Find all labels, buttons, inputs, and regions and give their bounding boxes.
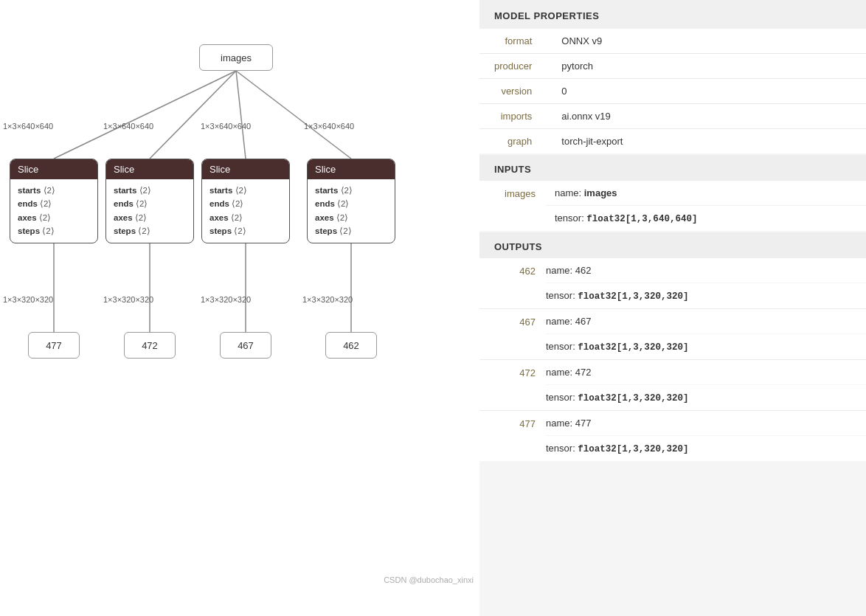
prop-row-format: format ONNX v9 [479, 29, 866, 54]
slice-header-1: Slice [10, 159, 97, 179]
prop-val-producer: pytorch [547, 54, 866, 79]
prop-key-imports: imports [479, 104, 547, 129]
slice-body-4: starts ⟨2⟩ ends ⟨2⟩ axes ⟨2⟩ steps ⟨2⟩ [308, 179, 395, 243]
watermark: CSDN @dubochao_xinxi [384, 575, 474, 584]
inputs-section: INPUTS images name: images tensor: float… [479, 155, 866, 231]
input-images-tensor-row: tensor: float32[1,3,640,640] [546, 206, 866, 231]
dim-label-3: 1×3×640×640 [201, 122, 251, 131]
output-472-tensor: float32[1,3,320,320] [578, 393, 688, 404]
dim-bot-label-2: 1×3×320×320 [103, 295, 153, 304]
output-detail-467: name: 467 tensor: float32[1,3,320,320] [546, 309, 866, 359]
prop-key-producer: producer [479, 54, 547, 79]
output-node-477[interactable]: 477 [28, 332, 80, 359]
dim-label-4: 1×3×640×640 [304, 122, 354, 131]
output-detail-477: name: 477 tensor: float32[1,3,320,320] [546, 411, 866, 461]
prop-row-version: version 0 [479, 79, 866, 104]
input-images-tensor: float32[1,3,640,640] [586, 214, 697, 224]
output-num-462: 462 [479, 258, 546, 308]
slice-node-1[interactable]: Slice starts ⟨2⟩ ends ⟨2⟩ axes ⟨2⟩ steps… [10, 159, 98, 243]
prop-val-graph: torch-jit-export [547, 129, 866, 154]
output-462-tensor-row: tensor: float32[1,3,320,320] [546, 283, 866, 308]
output-467-name: 467 [575, 316, 592, 327]
output-472-name-row: name: 472 [546, 360, 866, 385]
outputs-title: OUTPUTS [479, 232, 866, 258]
output-477-name-row: name: 477 [546, 411, 866, 436]
properties-table: format ONNX v9 producer pytorch version … [479, 29, 866, 153]
prop-val-format: ONNX v9 [547, 29, 866, 54]
input-images-item: images name: images tensor: float32[1,3,… [479, 181, 866, 231]
prop-key-graph: graph [479, 129, 547, 154]
dim-bot-label-4: 1×3×320×320 [302, 295, 353, 304]
prop-row-producer: producer pytorch [479, 54, 866, 79]
output-477-name: 477 [575, 418, 592, 429]
output-467-tensor-row: tensor: float32[1,3,320,320] [546, 334, 866, 359]
slice-node-3[interactable]: Slice starts ⟨2⟩ ends ⟨2⟩ axes ⟨2⟩ steps… [201, 159, 290, 243]
slice-node-4[interactable]: Slice starts ⟨2⟩ ends ⟨2⟩ axes ⟨2⟩ steps… [307, 159, 395, 243]
slice-header-4: Slice [308, 159, 395, 179]
input-images-vals: name: images tensor: float32[1,3,640,640… [546, 181, 866, 231]
prop-row-graph: graph torch-jit-export [479, 129, 866, 154]
images-node-label: images [221, 52, 252, 63]
output-472-name: 472 [575, 367, 592, 378]
output-467-name-row: name: 467 [546, 309, 866, 334]
output-467-tensor: float32[1,3,320,320] [578, 342, 688, 353]
dim-label-1: 1×3×640×640 [3, 122, 53, 131]
output-node-472[interactable]: 472 [124, 332, 176, 359]
slice-header-3: Slice [202, 159, 289, 179]
slice-body-2: starts ⟨2⟩ ends ⟨2⟩ axes ⟨2⟩ steps ⟨2⟩ [106, 179, 193, 243]
model-properties-section: MODEL PROPERTIES format ONNX v9 producer… [479, 0, 866, 153]
output-num-467: 467 [479, 309, 546, 359]
slice-header-2: Slice [106, 159, 193, 179]
output-node-462[interactable]: 462 [325, 332, 377, 359]
output-num-472: 472 [479, 360, 546, 410]
output-462-name-row: name: 462 [546, 258, 866, 283]
output-item-462: 462 name: 462 tensor: float32[1,3,320,32… [479, 258, 866, 309]
outputs-section: OUTPUTS 462 name: 462 tensor: float32[1,… [479, 232, 866, 461]
dim-bot-label-1: 1×3×320×320 [3, 295, 53, 304]
output-477-tensor: float32[1,3,320,320] [578, 444, 688, 454]
images-node[interactable]: images [199, 44, 273, 71]
right-panel: MODEL PROPERTIES format ONNX v9 producer… [479, 0, 866, 616]
output-462-name: 462 [575, 265, 592, 276]
input-images-name: images [584, 187, 617, 198]
prop-row-imports: imports ai.onnx v19 [479, 104, 866, 129]
dim-bot-label-3: 1×3×320×320 [201, 295, 251, 304]
slice-body-3: starts ⟨2⟩ ends ⟨2⟩ axes ⟨2⟩ steps ⟨2⟩ [202, 179, 289, 243]
prop-val-imports: ai.onnx v19 [547, 104, 866, 129]
output-462-tensor: float32[1,3,320,320] [578, 291, 688, 302]
dim-label-2: 1×3×640×640 [103, 122, 153, 131]
inputs-title: INPUTS [479, 155, 866, 181]
prop-val-version: 0 [547, 79, 866, 104]
output-node-467[interactable]: 467 [220, 332, 271, 359]
graph-panel: images 1×3×640×640 1×3×640×640 1×3×640×6… [0, 0, 479, 616]
output-item-472: 472 name: 472 tensor: float32[1,3,320,32… [479, 360, 866, 411]
graph-area: images 1×3×640×640 1×3×640×640 1×3×640×6… [0, 15, 479, 590]
model-properties-title: MODEL PROPERTIES [479, 0, 866, 29]
output-num-477: 477 [479, 411, 546, 461]
output-detail-472: name: 472 tensor: float32[1,3,320,320] [546, 360, 866, 410]
slice-body-1: starts ⟨2⟩ ends ⟨2⟩ axes ⟨2⟩ steps ⟨2⟩ [10, 179, 97, 243]
output-item-477: 477 name: 477 tensor: float32[1,3,320,32… [479, 411, 866, 461]
prop-key-version: version [479, 79, 547, 104]
output-472-tensor-row: tensor: float32[1,3,320,320] [546, 385, 866, 410]
output-detail-462: name: 462 tensor: float32[1,3,320,320] [546, 258, 866, 308]
output-item-467: 467 name: 467 tensor: float32[1,3,320,32… [479, 309, 866, 360]
slice-node-2[interactable]: Slice starts ⟨2⟩ ends ⟨2⟩ axes ⟨2⟩ steps… [105, 159, 194, 243]
input-images-key: images [479, 181, 546, 231]
prop-key-format: format [479, 29, 547, 54]
input-images-name-row: name: images [546, 181, 866, 206]
output-477-tensor-row: tensor: float32[1,3,320,320] [546, 436, 866, 461]
